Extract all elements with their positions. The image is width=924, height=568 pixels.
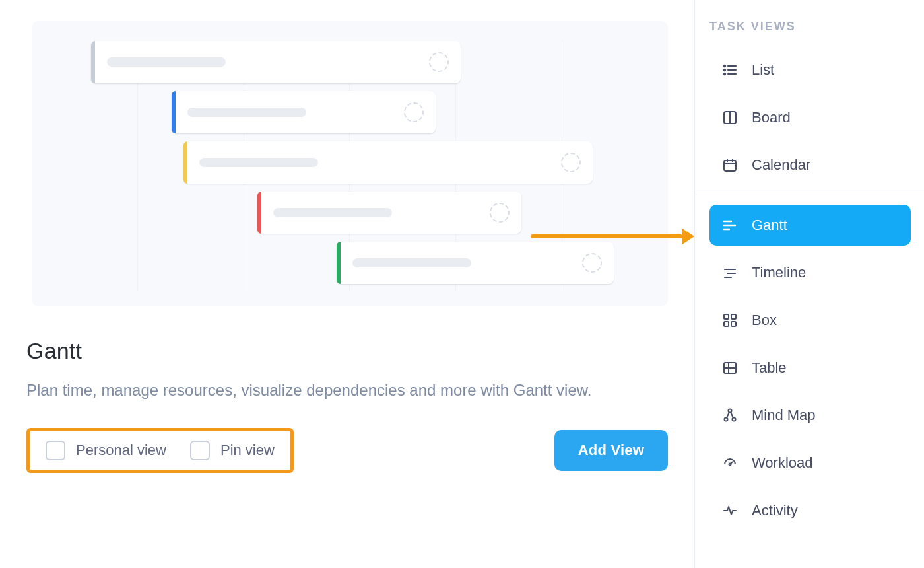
pin-view-label: Pin view — [220, 442, 275, 459]
activity-icon — [721, 502, 739, 519]
gantt-preview — [32, 21, 668, 306]
sidebar-header: TASK VIEWS — [710, 20, 911, 34]
svg-rect-21 — [731, 322, 736, 326]
svg-line-28 — [727, 412, 729, 418]
main-panel: Gantt Plan time, manage resources, visua… — [0, 0, 694, 568]
sidebar-item-label: Workload — [752, 454, 813, 472]
sidebar-item-label: Calendar — [752, 157, 810, 174]
view-description: Plan time, manage resources, visualize d… — [26, 377, 594, 404]
timeline-icon — [721, 264, 739, 281]
sidebar-item-table[interactable]: Table — [710, 347, 911, 388]
box-icon — [721, 312, 739, 329]
sidebar-item-label: Activity — [752, 502, 798, 519]
sidebar-item-label: Gantt — [752, 217, 787, 234]
sidebar-item-label: Box — [752, 312, 777, 329]
add-view-button[interactable]: Add View — [554, 430, 668, 471]
svg-rect-18 — [724, 314, 729, 319]
sidebar-item-box[interactable]: Box — [710, 300, 911, 341]
gantt-bar — [337, 242, 614, 284]
gantt-bar — [172, 91, 436, 133]
gantt-bar — [91, 41, 461, 83]
sidebar-item-label: Mind Map — [752, 407, 816, 424]
calendar-icon — [721, 157, 739, 174]
svg-point-2 — [724, 69, 725, 71]
sidebar-item-label: Table — [752, 359, 787, 376]
list-icon — [721, 61, 739, 79]
sidebar-item-timeline[interactable]: Timeline — [710, 252, 911, 293]
svg-rect-8 — [724, 160, 736, 171]
sidebar-item-label: List — [752, 61, 774, 79]
sidebar-item-list[interactable]: List — [710, 50, 911, 90]
sidebar-item-label: Board — [752, 109, 791, 126]
board-icon — [721, 109, 739, 126]
checkbox-icon — [46, 441, 65, 460]
personal-view-checkbox[interactable]: Personal view — [46, 441, 166, 460]
workload-icon — [721, 454, 739, 472]
checkbox-icon — [190, 441, 210, 460]
sidebar-item-label: Timeline — [752, 264, 806, 281]
gantt-bar — [257, 192, 521, 234]
gantt-icon — [721, 217, 739, 234]
svg-rect-20 — [724, 322, 729, 326]
mind-map-icon — [721, 407, 739, 424]
view-options-highlight: Personal view Pin view — [26, 428, 294, 473]
sidebar-item-workload[interactable]: Workload — [710, 443, 911, 483]
sidebar-item-gantt[interactable]: Gantt — [710, 205, 911, 246]
sidebar-item-mind-map[interactable]: Mind Map — [710, 395, 911, 436]
sidebar-divider — [695, 195, 924, 195]
task-views-sidebar: TASK VIEWS List Board — [694, 0, 924, 568]
svg-point-0 — [724, 65, 725, 67]
gantt-bar — [183, 141, 593, 184]
sidebar-item-activity[interactable]: Activity — [710, 490, 911, 531]
table-icon — [721, 359, 739, 376]
sidebar-item-calendar[interactable]: Calendar — [710, 145, 911, 186]
personal-view-label: Personal view — [76, 442, 166, 459]
sidebar-item-board[interactable]: Board — [710, 97, 911, 138]
pin-view-checkbox[interactable]: Pin view — [190, 441, 275, 460]
svg-point-4 — [724, 73, 725, 75]
svg-line-29 — [731, 412, 733, 418]
svg-rect-19 — [731, 314, 736, 319]
view-title: Gantt — [26, 338, 668, 364]
